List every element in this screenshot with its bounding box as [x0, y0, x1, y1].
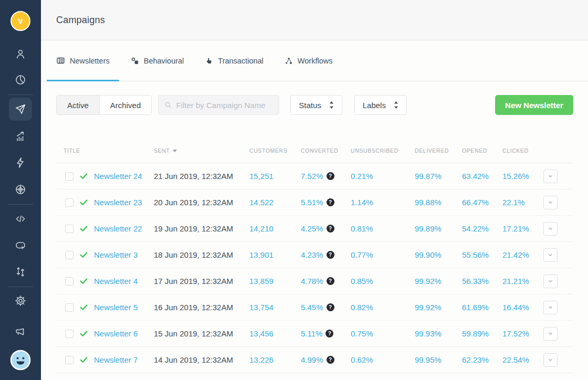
- sidebar-item-developer[interactable]: [0, 213, 41, 225]
- customers-value[interactable]: 13,754: [249, 303, 301, 312]
- row-checkbox[interactable]: [65, 172, 74, 181]
- row-actions-button[interactable]: [543, 170, 558, 183]
- sidebar-item-integrations[interactable]: [0, 266, 41, 278]
- active-filter-button[interactable]: Active: [57, 96, 100, 114]
- archived-filter-button[interactable]: Archived: [100, 96, 151, 114]
- opened-value: 63.42%: [462, 172, 502, 181]
- column-customers[interactable]: CUSTOMERS: [249, 147, 301, 154]
- clicked-value: 17.21%: [502, 224, 543, 233]
- customers-value[interactable]: 13,859: [249, 277, 301, 286]
- row-checkbox[interactable]: [65, 251, 74, 259]
- row-checkbox[interactable]: [65, 225, 74, 233]
- newsletter-link[interactable]: Newsletter 4: [94, 277, 138, 286]
- converted-value: 4.99%: [301, 355, 323, 364]
- customers-value[interactable]: 14,210: [249, 224, 301, 233]
- sidebar-item-campaigns-active[interactable]: [9, 98, 32, 121]
- sidebar-item-announcements[interactable]: [0, 325, 41, 338]
- tab-behavioural[interactable]: Behavioural: [121, 40, 194, 81]
- sidebar-item-analytics[interactable]: [0, 130, 41, 142]
- unsubscribed-value: 0.77%: [351, 250, 415, 259]
- column-sent[interactable]: SENT: [154, 147, 249, 154]
- status-dropdown[interactable]: Status: [290, 95, 342, 115]
- sidebar-item-settings[interactable]: [0, 294, 41, 307]
- sent-check-icon: [79, 355, 88, 364]
- delivered-value: 99.92%: [415, 277, 462, 286]
- tab-workflows[interactable]: Workflows: [275, 40, 342, 81]
- row-checkbox[interactable]: [65, 303, 74, 312]
- user-avatar[interactable]: [0, 350, 41, 371]
- unsubscribed-value: 0.85%: [351, 277, 415, 286]
- newsletter-link[interactable]: Newsletter 7: [94, 355, 138, 364]
- newsletter-link[interactable]: Newsletter 24: [94, 172, 142, 181]
- table-row: Newsletter 24 21 Jun 2019, 12:32AM 15,25…: [56, 163, 572, 189]
- column-unsubscribed[interactable]: UNSUBSCRIBED: [351, 147, 415, 154]
- row-actions-button[interactable]: [543, 196, 558, 209]
- chevron-down-icon: [548, 357, 553, 363]
- help-icon[interactable]: ?: [327, 225, 334, 233]
- customers-value[interactable]: 13,456: [249, 329, 301, 338]
- row-actions-button[interactable]: [543, 222, 558, 236]
- table-row: Newsletter 3 18 Jun 2019, 12:32AM 13,901…: [56, 242, 572, 268]
- tab-label: Newsletters: [70, 57, 110, 65]
- tab-newsletters[interactable]: Newsletters: [47, 40, 119, 81]
- clicked-value: 17.52%: [502, 329, 543, 338]
- send-icon: [15, 103, 26, 115]
- view-toggle: Active Archived: [56, 95, 152, 115]
- newsletter-link[interactable]: Newsletter 23: [94, 198, 142, 207]
- table-row: Newsletter 5 16 Jun 2019, 12:32AM 13,754…: [56, 294, 572, 321]
- customers-value[interactable]: 15,251: [249, 172, 301, 181]
- search-input[interactable]: [176, 101, 274, 110]
- customers-value[interactable]: 13,901: [249, 250, 301, 259]
- column-converted[interactable]: CONVERTED: [301, 147, 351, 154]
- customers-value[interactable]: 14,522: [249, 198, 301, 207]
- row-actions-button[interactable]: [543, 301, 558, 314]
- column-delivered[interactable]: DELIVERED: [415, 147, 462, 154]
- row-checkbox[interactable]: [65, 198, 74, 207]
- clicked-value: 22.54%: [502, 355, 543, 364]
- help-icon[interactable]: ?: [327, 356, 334, 364]
- row-checkbox[interactable]: [65, 277, 74, 286]
- row-actions-button[interactable]: [543, 275, 558, 288]
- newsletter-link[interactable]: Newsletter 3: [94, 250, 138, 259]
- row-actions-button[interactable]: [543, 248, 558, 262]
- row-actions-button[interactable]: [543, 327, 558, 341]
- clicked-value: 15.26%: [502, 172, 543, 181]
- newsletter-link[interactable]: Newsletter 6: [94, 329, 138, 338]
- new-newsletter-button[interactable]: New Newsletter: [495, 95, 573, 115]
- newsletter-link[interactable]: Newsletter 5: [94, 303, 138, 312]
- sent-date: 20 Jun 2019, 12:32AM: [154, 198, 249, 207]
- campaign-search[interactable]: [158, 95, 279, 115]
- row-actions-button[interactable]: [543, 353, 558, 367]
- table-row: Newsletter 7 14 Jun 2019, 12:32AM 13.226…: [56, 347, 572, 373]
- newspaper-icon: [56, 56, 65, 65]
- converted-value: 5.45%: [301, 303, 323, 312]
- row-checkbox[interactable]: [65, 330, 74, 338]
- page-header: Campaigns: [41, 0, 588, 40]
- row-checkbox[interactable]: [65, 356, 74, 364]
- sidebar-item-segments[interactable]: [0, 73, 41, 86]
- sidebar-item-automation[interactable]: [0, 156, 41, 169]
- newsletter-link[interactable]: Newsletter 22: [94, 224, 142, 233]
- help-icon[interactable]: ?: [327, 251, 334, 259]
- opened-value: 62.23%: [462, 355, 502, 364]
- sidebar-item-messages[interactable]: [0, 239, 41, 252]
- tab-transactional[interactable]: Transactional: [195, 40, 273, 81]
- help-icon[interactable]: ?: [327, 172, 334, 180]
- column-title[interactable]: TITLE: [56, 147, 154, 154]
- sidebar-item-explore[interactable]: [0, 183, 41, 196]
- column-opened[interactable]: OPENED: [462, 147, 502, 154]
- labels-dropdown[interactable]: Labels: [354, 95, 407, 115]
- column-clicked[interactable]: CLICKED: [502, 147, 543, 154]
- sidebar-item-customers[interactable]: [0, 48, 41, 60]
- clicked-value: 22.1%: [502, 198, 543, 207]
- help-icon[interactable]: ?: [327, 277, 334, 285]
- help-icon[interactable]: ?: [327, 303, 334, 311]
- account-avatar[interactable]: v: [0, 11, 41, 31]
- help-icon[interactable]: ?: [327, 198, 334, 206]
- customers-value[interactable]: 13.226: [249, 355, 301, 364]
- table-row: Newsletter 23 20 Jun 2019, 12:32AM 14,52…: [56, 189, 572, 216]
- converted-value: 5.11%: [301, 329, 322, 338]
- delivered-value: 99.93%: [415, 329, 462, 338]
- opened-value: 61.69%: [462, 303, 502, 312]
- help-icon[interactable]: ?: [326, 330, 333, 337]
